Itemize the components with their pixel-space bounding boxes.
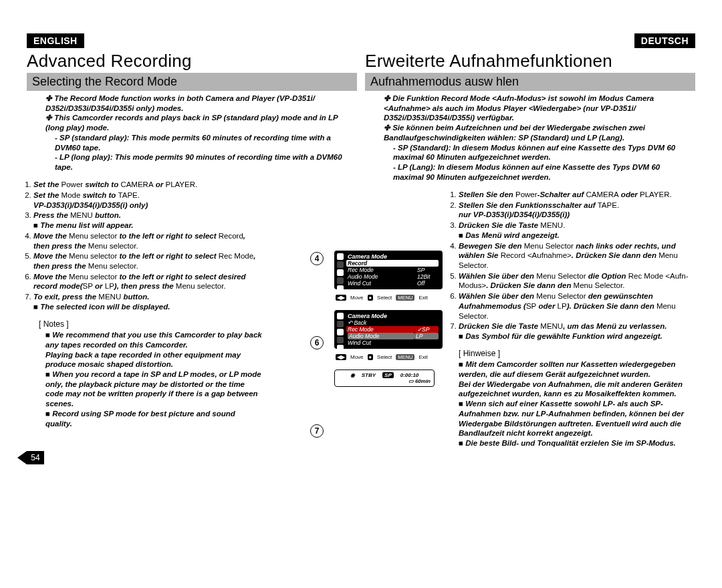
intro1-de: ✤ Die Funktion Record Mode <Aufn-Modus> …	[384, 94, 691, 123]
osd-menu-2: Camera Mode ↶ Back Rec Mode✓SP Audio Mod…	[334, 310, 443, 349]
fig-num-4: 4	[310, 252, 324, 265]
osd-menu-1: Camera Mode Record Rec ModeSP Audio Mode…	[334, 251, 443, 289]
fig-num-7: 7	[310, 424, 324, 438]
figures: 4 Camera Mode Record Rec ModeSP Audio Mo…	[326, 251, 449, 387]
lp-de: - LP (Lang): In diesem Modus können auf …	[384, 162, 691, 182]
intro1-en: ✤ The Record Mode function works in both…	[45, 94, 353, 113]
lp-en: - LP (long play): This mode permits 90 m…	[45, 152, 353, 172]
intro2-en: ✤ This Camcorder records and plays back …	[45, 113, 353, 132]
page-number: 54	[27, 451, 44, 464]
sp-en: - SP (standard play): This mode permits …	[45, 133, 353, 152]
lang-de: DEUTSCH	[634, 33, 695, 48]
notes-en: ■ We recommend that you use this Camcord…	[27, 330, 357, 428]
notes-label-de: [ Hinweise ]	[459, 349, 695, 358]
title-en: Advanced Recording	[27, 51, 357, 71]
lang-en: ENGLISH	[27, 33, 84, 48]
notes-label-en: [ Notes ]	[39, 319, 357, 329]
sp-de: - SP (Standard): In diesem Modus können …	[384, 143, 691, 162]
subtitle-en: Selecting the Record Mode	[27, 73, 357, 91]
stby-screen: ◉ STBY SP 0:00:10 ▭ 60min	[334, 370, 435, 387]
intro2-de: ✤ Sie können beim Aufzeichnen und bei de…	[384, 123, 691, 142]
osd-foot-1: ◀▶Move ●Select MENUExit	[336, 295, 449, 301]
fig-num-6: 6	[310, 336, 324, 349]
steps-en: Set the Power switch to CAMERA or PLAYER…	[27, 180, 357, 311]
title-de: Erweiterte Aufnahmefunktionen	[365, 51, 695, 71]
subtitle-de: Aufnahmemodus ausw hlen	[365, 73, 695, 91]
osd-foot-2: ◀▶Move ●Select MENUExit	[336, 354, 449, 360]
